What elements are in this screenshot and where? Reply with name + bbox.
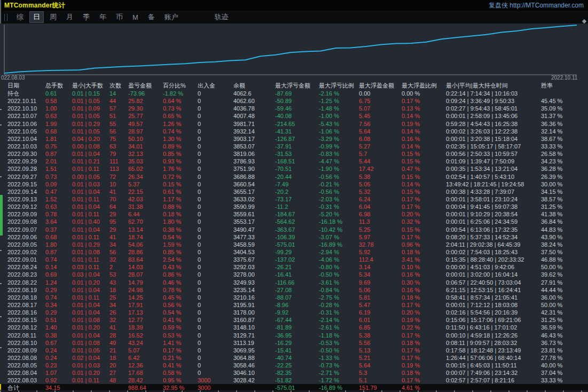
menu-item-currency[interactable]: 币 <box>112 11 127 23</box>
table-row[interactable]: 2022.08.221.240.01 | 0.204314.790.46 %03… <box>0 279 588 286</box>
header-date[interactable]: 日期 <box>7 81 45 90</box>
table-row[interactable]: 2022.10.101.000.01 | 0.095729.300.73 %04… <box>0 105 588 112</box>
table-row[interactable]: 2022.09.150.090.01 | 0.03105.370.15 %036… <box>0 181 588 188</box>
cell-lots: 1.80 <box>45 241 72 248</box>
table-row[interactable]: 2022.09.070.370.01 | 0.042913.140.38 %03… <box>0 226 588 233</box>
table-row[interactable]: 2022.08.150.510.01 | 0.083212.770.41 %03… <box>0 316 588 324</box>
table-row[interactable]: 2022.08.230.690.03 | 0.045328.070.86 %03… <box>0 271 588 278</box>
table-row[interactable]: 2022.08.050.230.01 | 0.032012.360.41 %03… <box>0 362 588 369</box>
table-row[interactable]: 2022.08.090.240.01 | 0.05215.070.17 %030… <box>0 347 588 354</box>
header-pnl[interactable]: 盈亏金额 <box>128 81 163 90</box>
table-row[interactable]: 2022.09.120.630.01 | 0.046431.380.88 %03… <box>0 203 588 210</box>
table-row[interactable]: 2022.09.020.870.01 | 0.085628.860.85 %03… <box>0 248 588 256</box>
cell-minmax: 0.02 | 0.04 <box>72 354 109 362</box>
cell-pnl: 62.70 <box>128 218 163 225</box>
menu-item-m[interactable]: M <box>129 12 142 22</box>
cell-minmax: 0.01 | 0.20 <box>72 279 109 286</box>
table-row[interactable]: 2022.10.061.990.01 | 0.295549.571.26 %03… <box>0 120 588 128</box>
table-row[interactable]: 2022.10.070.630.01 | 0.055125.770.65 %04… <box>0 112 588 120</box>
cell-time: 2:04:11 | 29:02:38 | 64:45:39 <box>446 241 541 248</box>
table-row[interactable]: 2022.08.170.340.01 | 0.043417.910.56 %03… <box>0 301 588 309</box>
table-row[interactable]: 2022.09.131.520.01 | 0.117042.031.17 %03… <box>0 195 588 203</box>
table-row[interactable]: 2022.09.051.800.01 | 0.293454.061.59 %03… <box>0 241 588 248</box>
menu-item-month[interactable]: 月 <box>62 11 77 23</box>
table-row[interactable]: 2022.09.281.510.01 | 0.1111365.021.76 %0… <box>0 165 588 173</box>
menu-item-track[interactable]: 轨迹 <box>211 11 232 23</box>
table-row[interactable]: 2022.09.083.640.01 | 0.409562.701.80 %03… <box>0 218 588 225</box>
table-row[interactable]: 2022.10.110.580.01 | 0.054425.820.64 %04… <box>0 97 588 105</box>
menu-item-summary[interactable]: 综 <box>13 11 27 23</box>
cell-count: 25 <box>109 294 128 301</box>
cell-balance: 3292.03 <box>233 263 275 271</box>
cell-dd: -9.92 <box>275 309 319 316</box>
cell-pct: 1.59 % <box>163 241 198 248</box>
cell-fppct: 0.47 % <box>402 165 446 173</box>
cell-fppct: 0.20 % <box>402 210 446 218</box>
table-row[interactable]: 2022.09.292.010.01 | 0.2111135.030.93 %0… <box>0 158 588 165</box>
header-cash[interactable]: 出入金 <box>198 81 233 90</box>
header-balance[interactable]: 余额 <box>233 81 275 90</box>
cell-lots: 0.87 <box>45 248 72 256</box>
cell-fppct: 3.41 % <box>402 256 446 263</box>
cell-fppct: 0.32 % <box>402 218 446 225</box>
position-row[interactable]: 持仓0.610.01 | 0.1514-73.96-1.82 %04062.6-… <box>0 90 588 97</box>
cell-fppct: 0.14 % <box>402 128 446 135</box>
menu-item-quarter[interactable]: 季 <box>79 11 93 23</box>
cell-date: 2022.09.27 <box>7 173 45 181</box>
cell-pnl: 6.42 <box>128 354 163 362</box>
table-row[interactable]: 2022.08.110.380.01 | 0.042816.520.53 %03… <box>0 332 588 339</box>
header-count[interactable]: 次数 <box>109 81 128 90</box>
header-pct[interactable]: 百分比% <box>163 81 198 90</box>
menu-item-year[interactable]: 年 <box>96 11 110 23</box>
cell-balance: 3655.17 <box>233 188 275 195</box>
menu-item-backup[interactable]: 备 <box>144 11 159 23</box>
table-row[interactable]: 2022.08.121.400.01 | 0.204118.390.59 %03… <box>0 324 588 331</box>
menu-item-day[interactable]: 日 <box>29 11 44 23</box>
cell-fppct: 0.15 % <box>402 158 446 165</box>
table-row[interactable]: 2022.08.240.140.03 | 0.11214.030.43 %032… <box>0 263 588 271</box>
header-fp[interactable]: 最大浮盈金额 <box>359 81 402 90</box>
table-row[interactable]: 2022.10.050.680.01 | 0.055628.970.74 %03… <box>0 128 588 135</box>
cell-fp: 6.85 <box>359 324 402 331</box>
toolbar-grip-icon[interactable] <box>4 14 7 21</box>
table-row[interactable]: 2022.09.090.780.01 | 0.11296.440.18 %035… <box>0 210 588 218</box>
table-row[interactable]: 2022.10.041.810.04 | 0.207550.101.30 %03… <box>0 135 588 143</box>
table-row[interactable]: 2022.08.041.070.01 | 0.202717.680.58 %03… <box>0 369 588 377</box>
cell-pnl: 22.15 <box>128 188 163 195</box>
table-row[interactable]: 2022.09.010.740.01 | 0.113283.642.54 %03… <box>0 256 588 263</box>
cell-time: 0:00:38 | 4:33:28 | 7:39:07 <box>446 188 541 195</box>
table-row[interactable]: 2022.09.300.870.01 | 0.047932.130.85 %03… <box>0 150 588 158</box>
cell-pnl: 50.10 <box>128 135 163 143</box>
table-row[interactable]: 2022.08.100.670.01 | 0.084943.241.41 %03… <box>0 339 588 347</box>
header-fppct[interactable]: 最大浮盈比例 <box>402 81 446 90</box>
cell-ddpct: -2.61 % <box>319 324 359 331</box>
table-row[interactable]: 2022.09.270.730.00 | 0.057226.340.72 %03… <box>0 173 588 181</box>
menu-item-account[interactable]: 账户 <box>161 11 182 23</box>
cell-time: 0:00:56 | 2:50:33 | 10:59:57 <box>446 150 541 158</box>
cell-count: 53 <box>109 271 128 278</box>
header-time[interactable]: 最小|平均|最大持仓时间 <box>446 81 541 90</box>
table-row[interactable]: 2022.08.080.240.02 | 0.04186.420.21 %030… <box>0 354 588 362</box>
header-dd[interactable]: 最大浮亏金额 <box>275 81 319 90</box>
header-ddpct[interactable]: 最大浮亏比例 <box>319 81 359 90</box>
cell-time: 6:21:15 | 12:53:15 | 16:24:41 <box>446 286 541 294</box>
cell-fp: 5.64 <box>359 362 402 369</box>
table-row[interactable]: 2022.08.180.740.01 | 0.112514.250.45 %03… <box>0 294 588 301</box>
cell-pct: 1.76 % <box>163 165 198 173</box>
table-row[interactable]: 2022.09.140.470.01 | 0.044122.150.61 %03… <box>0 188 588 195</box>
cell-fppct: 0.13 % <box>402 105 446 112</box>
brand-link[interactable]: 复盘侠 http://MTCommander.com <box>489 1 584 10</box>
header-lots[interactable]: 总手数 <box>45 81 72 90</box>
table-row[interactable]: 2022.10.030.750.00 | 0.086334.010.89 %03… <box>0 143 588 150</box>
cell-dd: -82.35 <box>275 369 319 377</box>
cell-balance: 4062.6 <box>233 90 275 97</box>
header-win[interactable]: 胜率 <box>541 81 588 90</box>
menu-item-week[interactable]: 周 <box>46 11 60 23</box>
scrollbar-range-indicator[interactable] <box>0 195 3 236</box>
cell-pnl: 6.44 <box>128 210 163 218</box>
table-row[interactable]: 2022.08.030.920.01 | 0.114828.420.95 %30… <box>0 377 588 384</box>
table-row[interactable]: 2022.08.190.290.01 | 0.041824.980.78 %03… <box>0 286 588 294</box>
table-row[interactable]: 2022.08.160.290.01 | 0.042617.130.54 %03… <box>0 309 588 316</box>
table-row[interactable]: 2022.09.060.680.01 | 0.114118.740.54 %03… <box>0 233 588 241</box>
header-minmax[interactable]: 最小|大手数 <box>72 81 109 90</box>
